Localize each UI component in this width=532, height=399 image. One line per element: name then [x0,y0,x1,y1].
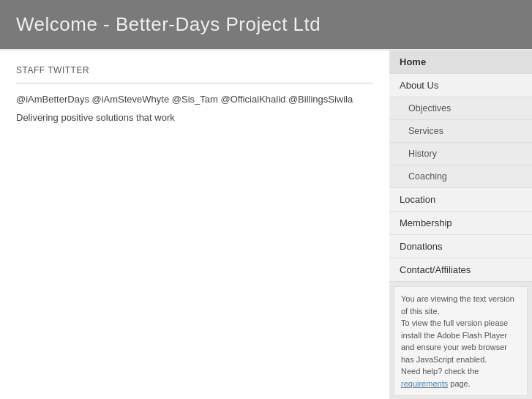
nav-item-donations[interactable]: Donations [389,235,532,258]
nav-item-coaching[interactable]: Coaching [389,165,532,188]
nav-item-services[interactable]: Services [389,120,532,143]
nav-item-home[interactable]: Home [389,51,532,74]
page-title: Welcome - Better-Days Project Ltd [16,13,516,36]
nav-item-objectives[interactable]: Objectives [389,97,532,120]
staff-twitter-label: STAFF TWITTER [16,65,373,75]
content-area: STAFF TWITTER @iAmBetterDays @iAmSteveWh… [0,51,389,399]
nav-item-contact-affiliates[interactable]: Contact/Affiliates [389,258,532,282]
header: Welcome - Better-Days Project Ltd [0,0,532,49]
nav-item-membership[interactable]: Membership [389,212,532,235]
nav-item-about-us[interactable]: About Us [389,74,532,97]
info-box: You are viewing the text version of this… [394,286,528,396]
info-line4: page. [448,379,471,388]
main-layout: STAFF TWITTER @iAmBetterDays @iAmSteveWh… [0,51,532,399]
info-line1: You are viewing the text version of this… [401,294,514,316]
tagline: Delivering positive solutions that work [16,112,373,123]
nav-item-location[interactable]: Location [389,188,532,212]
sidebar: Home About Us Objectives Services Histor… [389,51,532,399]
requirements-link[interactable]: requirements [401,379,448,388]
info-line2: To view the full version please install … [401,318,508,364]
divider [16,83,373,83]
page-wrapper: Welcome - Better-Days Project Ltd STAFF … [0,0,532,399]
info-line3: Need help? check the [401,367,479,376]
nav-item-history[interactable]: History [389,143,532,165]
twitter-handles: @iAmBetterDays @iAmSteveWhyte @Sis_Tam @… [16,92,373,108]
